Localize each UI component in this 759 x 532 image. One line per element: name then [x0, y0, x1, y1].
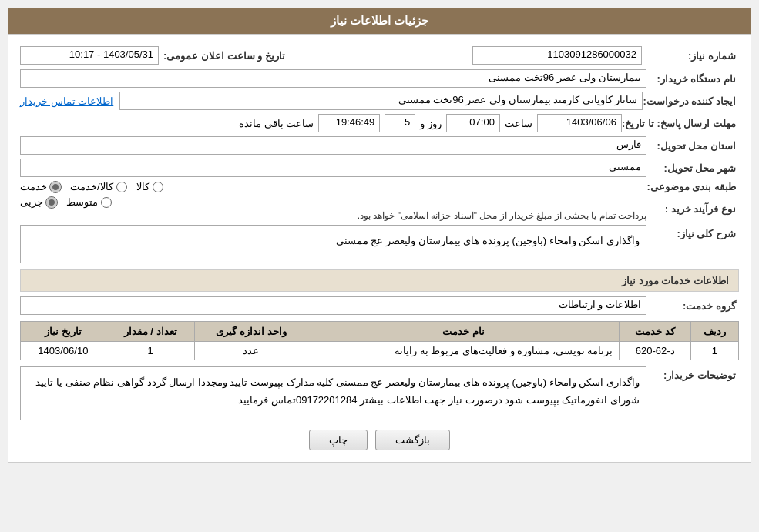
- radio-kala-circle: [153, 182, 163, 192]
- radio-khidmat[interactable]: خدمت: [20, 181, 61, 192]
- cell-tarikh: 1403/06/10: [21, 342, 106, 360]
- col-vahed: واحد اندازه گیری: [195, 322, 307, 342]
- radio-kala[interactable]: کالا: [136, 181, 163, 192]
- shomara-niaz-value: 1103091286000032: [472, 46, 642, 65]
- mande-label: ساعت باقی مانده: [239, 118, 314, 129]
- mohlat-label: مهلت ارسال پاسخ: تا تاریخ:: [622, 118, 739, 129]
- radio-khidmat-circle: [50, 182, 61, 192]
- chap-button[interactable]: چاپ: [309, 430, 368, 450]
- group-khadmat-label: گروه خدمت:: [646, 300, 739, 312]
- radio-jozi-circle: [46, 197, 57, 208]
- payment-note: پرداخت تمام یا بخشی از مبلغ خریدار از مح…: [20, 210, 646, 221]
- radio-kala-khidmat-label: کالا/خدمت: [70, 181, 113, 192]
- header-title: جزئیات اطلاعات نیاز: [331, 14, 428, 27]
- ostan-value: فارس: [20, 136, 646, 155]
- col-radif: ردیف: [690, 322, 738, 342]
- saat-label: ساعت: [505, 118, 532, 129]
- col-name: نام خدمت: [307, 322, 620, 342]
- radio-kala-label: کالا: [136, 181, 149, 192]
- radio-jozi[interactable]: جزیی: [20, 196, 57, 208]
- roz-label: روز و: [420, 118, 442, 129]
- radio-motovaset-label: متوسط: [66, 196, 98, 208]
- saat-value: 07:00: [446, 114, 500, 132]
- nam-dastgah-label: نام دستگاه خریدار:: [646, 73, 739, 85]
- noe-faraind-label: نوع فرآیند خرید :: [646, 203, 739, 215]
- col-kod: کد خدمت: [620, 322, 691, 342]
- col-tarikh: تاریخ نیاز: [21, 322, 106, 342]
- ijad-konande-value: ساناز کاویانی کارمند بیمارستان ولی عصر 9…: [119, 92, 643, 110]
- mande-value: 19:46:49: [318, 114, 380, 132]
- nam-dastgah-value: بیمارستان ولی عصر 96تخت ممسنی: [20, 69, 646, 88]
- radio-motovaset-circle: [101, 197, 112, 208]
- roz-value: 5: [385, 114, 415, 132]
- table-row: 1 د-62-620 برنامه نویسی، مشاوره و فعالیت…: [21, 342, 739, 360]
- tabaqe-radio-group: کالا کالا/خدمت خدمت: [20, 181, 646, 192]
- tarikh-elaan-label: تاریخ و ساعت اعلان عمومی:: [163, 50, 288, 62]
- cell-radif: 1: [690, 342, 738, 360]
- group-khadmat-value: اطلاعات و ارتباطات: [20, 296, 646, 315]
- cell-vahed: عدد: [195, 342, 307, 360]
- page-header: جزئیات اطلاعات نیاز: [8, 8, 751, 34]
- cell-name: برنامه نویسی، مشاوره و فعالیت‌های مربوط …: [307, 342, 620, 360]
- tabaqe-label: طبقه بندی موضوعی:: [646, 181, 739, 192]
- tosihaat-label: توضیحات خریدار:: [646, 366, 739, 381]
- ostan-label: استان محل تحویل:: [646, 140, 739, 152]
- radio-jozi-label: جزیی: [20, 196, 43, 208]
- sharh-label: شرح کلی نیاز:: [646, 225, 739, 239]
- radio-kala-khidmat[interactable]: کالا/خدمت: [70, 181, 127, 192]
- button-row: بازگشت چاپ: [20, 430, 739, 450]
- ettelaat-tamas-link[interactable]: اطلاعات تماس خریدار: [20, 95, 113, 107]
- shahr-value: ممسنی: [20, 159, 646, 177]
- radio-kala-khidmat-circle: [116, 182, 127, 192]
- sharh-value: واگذاری اسکن وامحاء (باوجین) پرونده های …: [20, 225, 646, 263]
- cell-tedad: 1: [106, 342, 195, 360]
- shomara-niaz-label: شماره نیاز:: [646, 50, 739, 62]
- ijad-konande-label: ایجاد کننده درخواست:: [643, 95, 739, 107]
- bazgasht-button[interactable]: بازگشت: [375, 430, 450, 450]
- cell-kod: د-62-620: [620, 342, 691, 360]
- tarikh-value: 1403/06/06: [537, 114, 622, 132]
- services-header: اطلاعات خدمات مورد نیاز: [20, 269, 739, 292]
- radio-khidmat-label: خدمت: [20, 181, 47, 192]
- col-tedad: تعداد / مقدار: [106, 322, 195, 342]
- tarikh-elaan-value: 1403/05/31 - 10:17: [20, 46, 159, 65]
- tosihaat-value: واگذاری اسکن وامحاء (باوجین) پرونده های …: [20, 366, 646, 420]
- radio-motovaset[interactable]: متوسط: [66, 196, 112, 208]
- service-table: ردیف کد خدمت نام خدمت واحد اندازه گیری ت…: [20, 321, 739, 360]
- shahr-label: شهر محل تحویل:: [646, 162, 739, 174]
